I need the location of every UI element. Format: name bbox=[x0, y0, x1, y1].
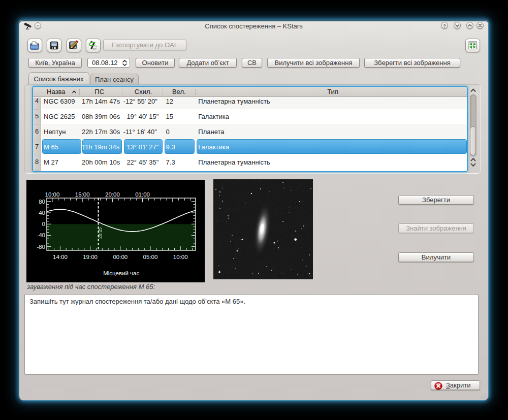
svg-text:-40: -40 bbox=[37, 232, 45, 238]
svg-text:00:00: 00:00 bbox=[113, 254, 128, 260]
svg-text:80: 80 bbox=[39, 199, 45, 205]
svg-text:20:25: 20:25 bbox=[98, 227, 103, 239]
svg-text:40: 40 bbox=[39, 210, 45, 216]
svg-text:?: ? bbox=[443, 23, 446, 28]
svg-text:05:00: 05:00 bbox=[143, 254, 158, 260]
svg-text:10:00: 10:00 bbox=[173, 254, 188, 260]
svg-text:0: 0 bbox=[42, 221, 45, 227]
svg-text:10:00: 10:00 bbox=[45, 191, 60, 198]
svg-text:20:00: 20:00 bbox=[105, 191, 120, 198]
svg-text:01:00: 01:00 bbox=[135, 191, 150, 198]
svg-text:15:00: 15:00 bbox=[75, 191, 90, 198]
svg-text:-80: -80 bbox=[37, 244, 45, 250]
svg-text:19:00: 19:00 bbox=[83, 254, 98, 260]
svg-text:Місцевий час: Місцевий час bbox=[103, 270, 139, 276]
svg-text:14:00: 14:00 bbox=[53, 254, 68, 260]
